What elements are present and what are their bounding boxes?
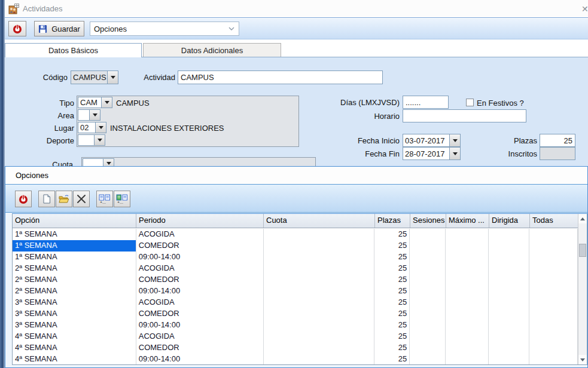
table-cell[interactable]: 25 bbox=[374, 320, 410, 331]
table-cell[interactable]: COMEDOR bbox=[136, 342, 264, 354]
table-cell[interactable] bbox=[410, 240, 446, 252]
table-cell[interactable]: 1ª SEMANA bbox=[13, 240, 136, 252]
table-cell[interactable] bbox=[489, 240, 529, 252]
table-cell[interactable]: 25 bbox=[374, 252, 410, 263]
en-festivos-checkbox[interactable] bbox=[466, 99, 474, 106]
table-cell[interactable] bbox=[446, 331, 489, 342]
table-cell[interactable] bbox=[264, 263, 375, 274]
table-cell[interactable] bbox=[529, 308, 578, 320]
exit-button[interactable] bbox=[8, 21, 26, 36]
new-record-button[interactable] bbox=[38, 191, 55, 207]
table-cell[interactable] bbox=[529, 331, 578, 342]
table-cell[interactable] bbox=[529, 229, 578, 240]
open-record-button[interactable] bbox=[56, 191, 72, 207]
table-row[interactable]: 2ª SEMANA09:00-14:0025 bbox=[13, 286, 578, 297]
table-cell[interactable]: 09:00-14:00 bbox=[136, 252, 264, 263]
table-cell[interactable] bbox=[410, 297, 446, 308]
scroll-down-button[interactable] bbox=[578, 355, 587, 364]
table-row[interactable]: 4ª SEMANA09:00-14:0025 bbox=[13, 354, 578, 364]
table-cell[interactable] bbox=[529, 297, 578, 308]
table-cell[interactable] bbox=[410, 286, 446, 297]
table-cell[interactable] bbox=[264, 240, 375, 252]
tab-datos-basicos[interactable]: Datos Básicos bbox=[5, 43, 142, 57]
table-cell[interactable] bbox=[410, 252, 446, 263]
table-cell[interactable]: 09:00-14:00 bbox=[136, 320, 264, 331]
table-cell[interactable] bbox=[446, 274, 489, 286]
table-cell[interactable]: COMEDOR bbox=[136, 274, 264, 286]
table-cell[interactable]: 25 bbox=[374, 274, 410, 286]
table-cell[interactable]: 25 bbox=[374, 229, 410, 240]
dias-input[interactable]: ....... bbox=[403, 96, 449, 109]
column-header[interactable]: Periodo bbox=[136, 214, 264, 228]
lugar-combobox[interactable]: 02 bbox=[78, 122, 106, 133]
table-cell[interactable]: 25 bbox=[374, 331, 410, 342]
table-cell[interactable] bbox=[264, 320, 375, 331]
table-cell[interactable] bbox=[446, 308, 489, 320]
table-cell[interactable] bbox=[446, 286, 489, 297]
table-cell[interactable] bbox=[446, 320, 489, 331]
table-cell[interactable]: 09:00-14:00 bbox=[136, 286, 264, 297]
lugar-dropdown-button[interactable] bbox=[95, 122, 106, 133]
table-cell[interactable] bbox=[410, 331, 446, 342]
table-cell[interactable] bbox=[446, 263, 489, 274]
table-cell[interactable]: ACOGIDA bbox=[136, 297, 264, 308]
table-cell[interactable]: 2ª SEMANA bbox=[13, 263, 136, 274]
column-header[interactable]: Dirigida bbox=[489, 214, 530, 228]
table-cell[interactable] bbox=[410, 320, 446, 331]
vertical-scrollbar[interactable] bbox=[578, 214, 587, 364]
table-cell[interactable] bbox=[489, 252, 529, 263]
copy-option-button[interactable]: +... bbox=[96, 191, 113, 207]
save-button[interactable]: Guardar bbox=[34, 21, 84, 36]
table-row[interactable]: 1ª SEMANACOMEDOR25 bbox=[13, 240, 578, 252]
table-cell[interactable]: 25 bbox=[374, 297, 410, 308]
table-cell[interactable] bbox=[529, 274, 578, 286]
tipo-combobox[interactable]: CAM bbox=[78, 97, 112, 108]
table-cell[interactable] bbox=[489, 274, 529, 286]
table-cell[interactable] bbox=[446, 297, 489, 308]
table-cell[interactable] bbox=[529, 354, 578, 364]
table-cell[interactable] bbox=[489, 229, 529, 240]
table-cell[interactable] bbox=[529, 342, 578, 354]
table-cell[interactable]: 4ª SEMANA bbox=[13, 342, 136, 354]
tipo-dropdown-button[interactable] bbox=[101, 97, 112, 108]
table-row[interactable]: 3ª SEMANAACOGIDA25 bbox=[13, 297, 578, 308]
table-cell[interactable] bbox=[489, 320, 529, 331]
fecha-inicio-combobox[interactable]: 03-07-2017 bbox=[403, 134, 461, 147]
table-cell[interactable]: 25 bbox=[374, 308, 410, 320]
options-dropdown[interactable]: Opciones bbox=[90, 22, 239, 36]
table-cell[interactable] bbox=[529, 240, 578, 252]
column-header[interactable]: Todas bbox=[530, 214, 578, 228]
plazas-input[interactable]: 25 bbox=[540, 134, 575, 147]
table-row[interactable]: 2ª SEMANACOMEDOR25 bbox=[13, 274, 578, 286]
table-cell[interactable] bbox=[489, 297, 529, 308]
table-cell[interactable] bbox=[264, 297, 375, 308]
table-cell[interactable]: ACOGIDA bbox=[136, 229, 264, 240]
table-cell[interactable] bbox=[410, 342, 446, 354]
table-cell[interactable]: 3ª SEMANA bbox=[13, 308, 136, 320]
table-cell[interactable] bbox=[529, 252, 578, 263]
table-cell[interactable] bbox=[446, 342, 489, 354]
table-cell[interactable]: 25 bbox=[374, 263, 410, 274]
column-header[interactable]: Cuota bbox=[264, 214, 375, 228]
table-cell[interactable]: 25 bbox=[374, 342, 410, 354]
table-cell[interactable] bbox=[264, 286, 375, 297]
fecha-fin-dropdown-button[interactable] bbox=[449, 148, 460, 160]
deporte-dropdown-button[interactable] bbox=[94, 135, 105, 145]
table-cell[interactable]: 4ª SEMANA bbox=[13, 354, 136, 364]
table-cell[interactable]: 3ª SEMANA bbox=[13, 297, 136, 308]
horario-input[interactable] bbox=[403, 109, 526, 122]
table-cell[interactable] bbox=[489, 286, 529, 297]
deporte-combobox[interactable] bbox=[78, 134, 105, 146]
table-cell[interactable] bbox=[446, 354, 489, 364]
table-cell[interactable] bbox=[410, 308, 446, 320]
column-header[interactable]: Opción bbox=[13, 214, 136, 228]
table-cell[interactable] bbox=[529, 286, 578, 297]
area-dropdown-button[interactable] bbox=[89, 110, 100, 120]
table-cell[interactable]: 25 bbox=[374, 354, 410, 364]
table-cell[interactable] bbox=[529, 320, 578, 331]
actividad-input[interactable]: CAMPUS bbox=[178, 70, 383, 84]
table-cell[interactable] bbox=[489, 354, 529, 364]
scroll-up-button[interactable] bbox=[578, 214, 587, 223]
opciones-exit-button[interactable] bbox=[15, 191, 32, 207]
table-cell[interactable] bbox=[264, 274, 375, 286]
